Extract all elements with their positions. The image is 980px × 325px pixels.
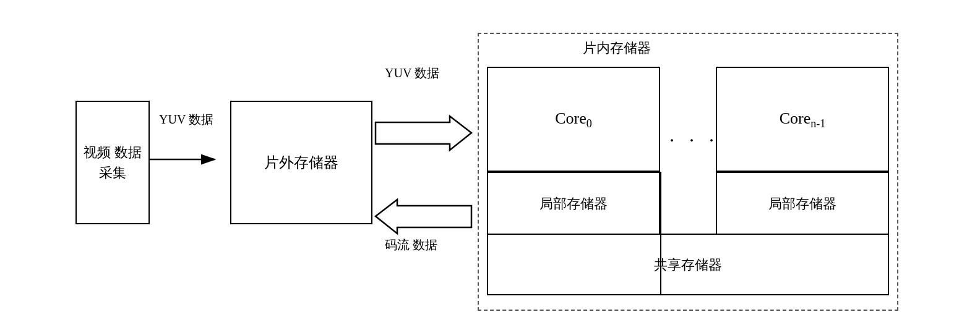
yuv-label-2: YUV 数据 — [385, 64, 439, 82]
architecture-diagram: 视频 数据 采集 YUV 数据 片外存储器 YUV 数据 码流 数据 — [57, 14, 923, 311]
svg-marker-5 — [376, 200, 471, 234]
core0-label: Core0 — [555, 106, 592, 132]
arrow-video-to-ext — [150, 150, 224, 169]
vertical-divider — [660, 172, 661, 295]
video-capture-label: 视频 数据 采集 — [77, 142, 148, 183]
core0-box: Core0 — [487, 67, 660, 172]
external-memory-label: 片外存储器 — [264, 151, 338, 174]
arrow-ext-to-chip-right — [376, 116, 475, 150]
on-chip-memory-label: 片内存储器 — [583, 38, 651, 58]
local-memory-0-box: 局部存储器 — [487, 172, 660, 234]
dots-label: · · · — [669, 125, 719, 155]
svg-marker-3 — [376, 116, 471, 150]
core-n1-box: Coren-1 — [716, 67, 889, 172]
yuv-label-1: YUV 数据 — [159, 110, 213, 129]
bitstream-label: 码流 数据 — [385, 235, 437, 254]
external-memory-box: 片外存储器 — [230, 101, 372, 224]
local-memory-n1-box: 局部存储器 — [716, 172, 889, 234]
arrow-chip-to-ext-left — [376, 200, 475, 234]
core-n1-label: Coren-1 — [780, 106, 826, 132]
video-capture-box: 视频 数据 采集 — [75, 101, 150, 224]
shared-memory-box: 共享存储器 — [487, 234, 889, 295]
